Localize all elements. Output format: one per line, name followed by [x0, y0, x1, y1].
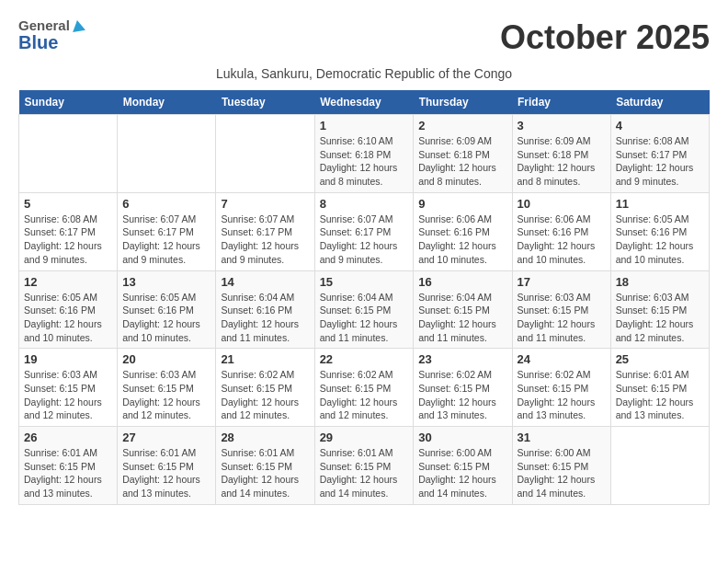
- calendar-cell: 7Sunrise: 6:07 AMSunset: 6:17 PMDaylight…: [216, 192, 314, 270]
- day-number: 12: [24, 275, 112, 289]
- day-info: Sunrise: 6:00 AMSunset: 6:15 PMDaylight:…: [518, 446, 606, 500]
- day-info: Sunrise: 6:04 AMSunset: 6:15 PMDaylight:…: [418, 291, 506, 345]
- calendar-cell: 30Sunrise: 6:00 AMSunset: 6:15 PMDayligh…: [414, 427, 512, 505]
- calendar-cell: 16Sunrise: 6:04 AMSunset: 6:15 PMDayligh…: [414, 270, 512, 349]
- week-row-4: 19Sunrise: 6:03 AMSunset: 6:15 PMDayligh…: [19, 349, 710, 427]
- calendar-cell: 17Sunrise: 6:03 AMSunset: 6:15 PMDayligh…: [512, 270, 610, 349]
- day-info: Sunrise: 6:02 AMSunset: 6:15 PMDaylight:…: [418, 368, 506, 422]
- day-number: 21: [221, 352, 309, 366]
- header-day-thursday: Thursday: [414, 90, 512, 115]
- day-info: Sunrise: 6:01 AMSunset: 6:15 PMDaylight:…: [24, 446, 112, 500]
- header-day-friday: Friday: [512, 90, 610, 115]
- day-info: Sunrise: 6:01 AMSunset: 6:15 PMDaylight:…: [320, 446, 409, 500]
- day-info: Sunrise: 6:02 AMSunset: 6:15 PMDaylight:…: [221, 368, 309, 422]
- week-row-5: 26Sunrise: 6:01 AMSunset: 6:15 PMDayligh…: [19, 427, 710, 505]
- day-number: 8: [320, 197, 409, 211]
- day-info: Sunrise: 6:02 AMSunset: 6:15 PMDaylight:…: [518, 368, 606, 422]
- header-day-monday: Monday: [118, 90, 216, 115]
- calendar-cell: 15Sunrise: 6:04 AMSunset: 6:15 PMDayligh…: [314, 270, 414, 349]
- day-number: 6: [122, 197, 210, 211]
- day-number: 5: [24, 197, 112, 211]
- logo-blue: Blue: [18, 32, 85, 52]
- day-number: 4: [616, 119, 704, 132]
- day-number: 30: [418, 431, 506, 444]
- day-number: 16: [418, 275, 506, 289]
- calendar-cell: 11Sunrise: 6:05 AMSunset: 6:16 PMDayligh…: [610, 192, 709, 270]
- week-row-2: 5Sunrise: 6:08 AMSunset: 6:17 PMDaylight…: [19, 192, 710, 270]
- calendar-cell: 29Sunrise: 6:01 AMSunset: 6:15 PMDayligh…: [314, 427, 414, 505]
- day-number: 24: [518, 352, 606, 366]
- calendar-subtitle: Lukula, Sankuru, Democratic Republic of …: [18, 66, 710, 81]
- day-info: Sunrise: 6:08 AMSunset: 6:17 PMDaylight:…: [24, 213, 112, 267]
- month-title: October 2025: [500, 18, 710, 57]
- day-number: 3: [518, 119, 606, 132]
- day-number: 26: [24, 431, 112, 444]
- day-info: Sunrise: 6:06 AMSunset: 6:16 PMDaylight:…: [518, 213, 606, 267]
- day-number: 22: [320, 352, 409, 366]
- week-row-3: 12Sunrise: 6:05 AMSunset: 6:16 PMDayligh…: [19, 270, 710, 349]
- day-info: Sunrise: 6:02 AMSunset: 6:15 PMDaylight:…: [320, 368, 409, 422]
- day-info: Sunrise: 6:06 AMSunset: 6:16 PMDaylight:…: [418, 213, 506, 267]
- day-info: Sunrise: 6:08 AMSunset: 6:17 PMDaylight:…: [616, 134, 704, 189]
- calendar-cell: 28Sunrise: 6:01 AMSunset: 6:15 PMDayligh…: [216, 427, 314, 505]
- day-info: Sunrise: 6:07 AMSunset: 6:17 PMDaylight:…: [221, 213, 309, 267]
- day-info: Sunrise: 6:04 AMSunset: 6:15 PMDaylight:…: [320, 291, 409, 345]
- day-info: Sunrise: 6:03 AMSunset: 6:15 PMDaylight:…: [616, 291, 704, 345]
- day-info: Sunrise: 6:05 AMSunset: 6:16 PMDaylight:…: [122, 291, 210, 345]
- day-info: Sunrise: 6:03 AMSunset: 6:15 PMDaylight:…: [518, 291, 606, 345]
- calendar-cell: 6Sunrise: 6:07 AMSunset: 6:17 PMDaylight…: [118, 192, 216, 270]
- calendar-cell: 3Sunrise: 6:09 AMSunset: 6:18 PMDaylight…: [512, 115, 610, 193]
- calendar-header: SundayMondayTuesdayWednesdayThursdayFrid…: [19, 90, 710, 115]
- calendar-body: 1Sunrise: 6:10 AMSunset: 6:18 PMDaylight…: [19, 115, 710, 505]
- calendar-cell: 10Sunrise: 6:06 AMSunset: 6:16 PMDayligh…: [512, 192, 610, 270]
- day-info: Sunrise: 6:01 AMSunset: 6:15 PMDaylight:…: [616, 368, 704, 422]
- header-row: SundayMondayTuesdayWednesdayThursdayFrid…: [19, 90, 710, 115]
- header-day-saturday: Saturday: [610, 90, 709, 115]
- header-day-sunday: Sunday: [19, 90, 118, 115]
- day-number: 27: [122, 431, 210, 444]
- day-info: Sunrise: 6:05 AMSunset: 6:16 PMDaylight:…: [24, 291, 112, 345]
- header-day-wednesday: Wednesday: [314, 90, 414, 115]
- day-info: Sunrise: 6:03 AMSunset: 6:15 PMDaylight:…: [24, 368, 112, 422]
- calendar-cell: 25Sunrise: 6:01 AMSunset: 6:15 PMDayligh…: [610, 349, 709, 427]
- day-number: 10: [518, 197, 606, 211]
- day-number: 19: [24, 352, 112, 366]
- day-info: Sunrise: 6:00 AMSunset: 6:15 PMDaylight:…: [418, 446, 506, 500]
- day-number: 29: [320, 431, 409, 444]
- calendar-cell: 8Sunrise: 6:07 AMSunset: 6:17 PMDaylight…: [314, 192, 414, 270]
- day-info: Sunrise: 6:07 AMSunset: 6:17 PMDaylight:…: [122, 213, 210, 267]
- page-header: General Blue October 2025: [18, 18, 710, 57]
- logo: General Blue: [18, 18, 85, 52]
- logo-triangle-icon: [71, 19, 85, 32]
- day-info: Sunrise: 6:07 AMSunset: 6:17 PMDaylight:…: [320, 213, 409, 267]
- calendar-cell: 31Sunrise: 6:00 AMSunset: 6:15 PMDayligh…: [512, 427, 610, 505]
- calendar-cell: 21Sunrise: 6:02 AMSunset: 6:15 PMDayligh…: [216, 349, 314, 427]
- day-info: Sunrise: 6:10 AMSunset: 6:18 PMDaylight:…: [320, 134, 409, 189]
- day-number: 11: [616, 197, 704, 211]
- calendar-cell: 2Sunrise: 6:09 AMSunset: 6:18 PMDaylight…: [414, 115, 512, 193]
- day-number: 14: [221, 275, 309, 289]
- calendar-cell: 19Sunrise: 6:03 AMSunset: 6:15 PMDayligh…: [19, 349, 118, 427]
- day-info: Sunrise: 6:01 AMSunset: 6:15 PMDaylight:…: [221, 446, 309, 500]
- day-number: 1: [320, 119, 409, 132]
- day-info: Sunrise: 6:05 AMSunset: 6:16 PMDaylight:…: [616, 213, 704, 267]
- calendar-cell: 13Sunrise: 6:05 AMSunset: 6:16 PMDayligh…: [118, 270, 216, 349]
- calendar-table: SundayMondayTuesdayWednesdayThursdayFrid…: [18, 90, 710, 505]
- day-info: Sunrise: 6:09 AMSunset: 6:18 PMDaylight:…: [518, 134, 606, 189]
- day-info: Sunrise: 6:01 AMSunset: 6:15 PMDaylight:…: [122, 446, 210, 500]
- calendar-cell: 1Sunrise: 6:10 AMSunset: 6:18 PMDaylight…: [314, 115, 414, 193]
- calendar-cell: 27Sunrise: 6:01 AMSunset: 6:15 PMDayligh…: [118, 427, 216, 505]
- week-row-1: 1Sunrise: 6:10 AMSunset: 6:18 PMDaylight…: [19, 115, 710, 193]
- day-number: 25: [616, 352, 704, 366]
- calendar-cell: 14Sunrise: 6:04 AMSunset: 6:16 PMDayligh…: [216, 270, 314, 349]
- calendar-cell: 9Sunrise: 6:06 AMSunset: 6:16 PMDaylight…: [414, 192, 512, 270]
- day-number: 15: [320, 275, 409, 289]
- calendar-cell: 12Sunrise: 6:05 AMSunset: 6:16 PMDayligh…: [19, 270, 118, 349]
- day-number: 28: [221, 431, 309, 444]
- day-info: Sunrise: 6:09 AMSunset: 6:18 PMDaylight:…: [418, 134, 506, 189]
- calendar-cell: 18Sunrise: 6:03 AMSunset: 6:15 PMDayligh…: [610, 270, 709, 349]
- calendar-cell: 24Sunrise: 6:02 AMSunset: 6:15 PMDayligh…: [512, 349, 610, 427]
- day-number: 23: [418, 352, 506, 366]
- day-info: Sunrise: 6:04 AMSunset: 6:16 PMDaylight:…: [221, 291, 309, 345]
- day-number: 17: [518, 275, 606, 289]
